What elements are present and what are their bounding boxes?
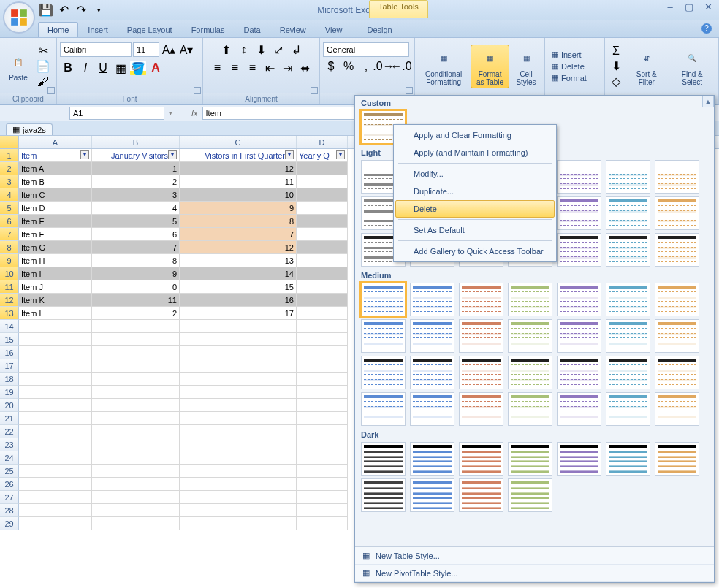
cell[interactable] bbox=[297, 280, 348, 294]
align-right-button[interactable]: ≡ bbox=[245, 61, 261, 75]
font-dialog-launcher[interactable] bbox=[194, 87, 201, 94]
cell[interactable]: Item B bbox=[19, 175, 92, 188]
table-style-swatch[interactable] bbox=[361, 392, 406, 426]
row-header[interactable]: 24 bbox=[0, 451, 19, 465]
cell[interactable] bbox=[19, 517, 92, 530]
table-style-swatch[interactable] bbox=[606, 233, 650, 267]
new-pivot-style-button[interactable]: ▦New PivotTable Style... bbox=[355, 565, 714, 582]
bold-button[interactable]: B bbox=[60, 61, 76, 75]
cell[interactable] bbox=[19, 425, 92, 438]
cell[interactable]: Item C bbox=[19, 188, 92, 202]
cell[interactable] bbox=[180, 425, 297, 438]
row-header[interactable]: 11 bbox=[0, 280, 19, 294]
save-button[interactable]: 💾 bbox=[39, 4, 53, 17]
cell[interactable] bbox=[19, 373, 92, 386]
table-style-swatch[interactable] bbox=[606, 319, 650, 353]
cell[interactable] bbox=[297, 228, 348, 241]
cell[interactable] bbox=[19, 333, 92, 346]
cell[interactable]: 8 bbox=[180, 215, 297, 228]
cell[interactable]: Yearly Q▾ bbox=[297, 149, 348, 162]
cell[interactable] bbox=[180, 438, 297, 451]
ctx-delete[interactable]: Delete bbox=[395, 200, 555, 218]
cell[interactable] bbox=[297, 517, 348, 530]
table-style-swatch[interactable] bbox=[606, 283, 650, 316]
table-style-swatch[interactable] bbox=[361, 442, 406, 476]
help-icon[interactable]: ? bbox=[701, 23, 712, 34]
minimize-button[interactable]: – bbox=[663, 3, 677, 13]
row-header[interactable]: 2 bbox=[0, 162, 19, 175]
cell[interactable] bbox=[297, 175, 348, 188]
italic-button[interactable]: I bbox=[77, 61, 94, 75]
column-header-C[interactable]: C bbox=[180, 136, 297, 148]
orientation-button[interactable]: ⤢ bbox=[271, 42, 287, 57]
cell[interactable] bbox=[19, 465, 92, 478]
font-family-combo[interactable]: Calibri bbox=[60, 42, 132, 57]
table-style-swatch[interactable] bbox=[557, 319, 601, 353]
close-button[interactable]: ✕ bbox=[701, 3, 715, 13]
table-style-swatch[interactable] bbox=[410, 319, 454, 353]
cell[interactable] bbox=[180, 373, 297, 386]
cell[interactable] bbox=[297, 320, 348, 333]
row-header[interactable]: 28 bbox=[0, 504, 19, 517]
cell[interactable]: 7 bbox=[180, 228, 297, 241]
cell[interactable] bbox=[180, 359, 297, 373]
cell[interactable] bbox=[297, 307, 348, 320]
increase-indent-button[interactable]: ⇥ bbox=[280, 61, 296, 75]
cell[interactable] bbox=[180, 346, 297, 359]
cell[interactable] bbox=[297, 491, 348, 504]
cell[interactable] bbox=[92, 320, 180, 333]
cell[interactable] bbox=[92, 399, 180, 412]
table-style-swatch[interactable] bbox=[606, 392, 650, 426]
font-color-button[interactable]: A bbox=[148, 61, 164, 75]
align-top-button[interactable]: ⬆ bbox=[218, 42, 235, 57]
paste-button[interactable]: 📋 Paste bbox=[3, 48, 34, 84]
row-header[interactable]: 21 bbox=[0, 412, 19, 425]
table-style-swatch[interactable] bbox=[557, 356, 601, 389]
cell[interactable] bbox=[297, 504, 348, 517]
table-style-swatch[interactable] bbox=[655, 392, 699, 426]
ctx-add-qat[interactable]: Add Gallery to Quick Access Toolbar bbox=[395, 243, 555, 260]
cell[interactable] bbox=[19, 438, 92, 451]
cell[interactable] bbox=[180, 451, 297, 465]
cell[interactable] bbox=[297, 438, 348, 451]
cell[interactable]: 5 bbox=[92, 215, 180, 228]
cell[interactable] bbox=[180, 478, 297, 491]
sort-filter-button[interactable]: ⇵ Sort & Filter bbox=[625, 45, 668, 88]
cell[interactable]: 11 bbox=[92, 294, 180, 307]
currency-button[interactable]: $ bbox=[323, 59, 339, 74]
gallery-scroll-up[interactable]: ▲ bbox=[702, 96, 714, 107]
border-button[interactable]: ▦ bbox=[113, 61, 129, 75]
table-style-swatch[interactable] bbox=[655, 233, 699, 267]
cell[interactable]: Item A bbox=[19, 162, 92, 175]
tab-insert[interactable]: Insert bbox=[78, 22, 118, 37]
format-as-table-button[interactable]: ▦ Format as Table bbox=[471, 45, 509, 88]
cell-styles-button[interactable]: ▦ Cell Styles bbox=[511, 45, 541, 88]
cell[interactable]: Item▾ bbox=[19, 149, 92, 162]
row-header[interactable]: 27 bbox=[0, 491, 19, 504]
table-style-swatch[interactable] bbox=[459, 392, 503, 426]
table-style-swatch[interactable] bbox=[557, 233, 601, 267]
column-header-B[interactable]: B bbox=[92, 136, 180, 148]
cell[interactable]: 12 bbox=[180, 162, 297, 175]
table-style-swatch[interactable] bbox=[508, 319, 552, 353]
row-header[interactable]: 18 bbox=[0, 373, 19, 386]
cell[interactable] bbox=[180, 491, 297, 504]
table-style-swatch[interactable] bbox=[655, 356, 699, 389]
cell[interactable] bbox=[180, 517, 297, 530]
cell[interactable]: 14 bbox=[180, 267, 297, 280]
cell[interactable] bbox=[92, 465, 180, 478]
clipboard-dialog-launcher[interactable] bbox=[47, 87, 55, 94]
cell[interactable] bbox=[297, 267, 348, 280]
cell[interactable]: January Visitors▾ bbox=[92, 149, 180, 162]
row-header[interactable]: 3 bbox=[0, 175, 19, 188]
table-style-swatch[interactable] bbox=[508, 442, 552, 476]
table-style-swatch[interactable] bbox=[361, 319, 406, 353]
table-style-swatch[interactable] bbox=[459, 356, 503, 389]
table-style-swatch[interactable] bbox=[557, 283, 601, 316]
table-style-swatch[interactable] bbox=[655, 196, 699, 230]
table-style-swatch[interactable] bbox=[410, 392, 454, 426]
name-box[interactable]: A1 bbox=[69, 107, 164, 120]
clear-button[interactable]: ◇ bbox=[608, 75, 624, 89]
row-header[interactable]: 1 bbox=[0, 149, 19, 162]
cell[interactable]: Item F bbox=[19, 228, 92, 241]
